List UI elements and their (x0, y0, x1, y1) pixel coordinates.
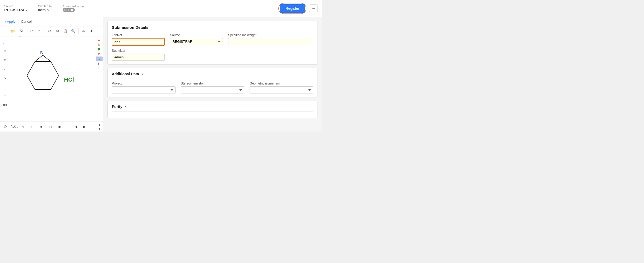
zoom-up-button[interactable]: ▲ (98, 123, 101, 127)
specified-molweight-label: Specified molweight (228, 33, 313, 37)
alk-tool[interactable]: ALK... (11, 123, 18, 130)
advanced-mode-toggle[interactable]: OFF (63, 8, 84, 12)
open-file-tool[interactable]: 📁 (10, 27, 16, 34)
apply-chevron-icon: ‹ (5, 20, 6, 23)
geometric-isomerism-label: Geometric isomerism (250, 82, 313, 85)
prev-arrow-tool[interactable]: ◀ (72, 123, 80, 130)
toolbar-divider-1 (26, 28, 26, 34)
molecular-canvas[interactable]: N HCl (10, 36, 95, 121)
minus-tool[interactable]: − (1, 92, 9, 99)
lnbref-field: LnbRef (112, 33, 165, 46)
created-label: Created by (38, 4, 52, 8)
drawing-area: ⋰ ⇴ ◇ / ∿ + − ▦n (0, 36, 103, 121)
stereochemistry-label: Stereochemistry (181, 82, 245, 85)
new-file-tool[interactable]: □ (2, 27, 8, 34)
register-button[interactable]: Register (280, 4, 305, 13)
purity-title: Purity (112, 105, 122, 109)
svg-text:HCl: HCl (64, 76, 74, 83)
lnbref-row: LnbRef Source REGISTRAR Specified molwei… (112, 33, 313, 46)
cancel-button[interactable]: Cancel (19, 18, 34, 25)
undo-tool[interactable]: ↶ (28, 27, 35, 34)
structure-tool[interactable]: ✚ (88, 27, 95, 34)
source-field: Source REGISTRAR (170, 33, 223, 45)
project-select[interactable] (112, 86, 176, 93)
search-tool[interactable]: 🔍 (70, 27, 77, 34)
next-arrow-tool[interactable]: ▶ (81, 123, 88, 130)
lnbref-input[interactable] (112, 38, 165, 46)
submitter-input[interactable] (112, 54, 165, 61)
apply-button[interactable]: ‹ Apply (3, 18, 17, 25)
save-file-tool[interactable]: 🖫 (17, 27, 24, 34)
element-o-button[interactable]: O (96, 37, 103, 42)
created-info: Created by admin (38, 4, 52, 12)
chain-tool[interactable]: ∿ (1, 74, 9, 81)
specified-molweight-field: Specified molweight (228, 33, 313, 45)
element-i-button[interactable]: I (96, 66, 103, 71)
svg-line-1 (27, 62, 35, 76)
paste-tool[interactable]: 📋 (62, 27, 69, 34)
register-button-wrap: Register (278, 3, 306, 14)
bracket-bottom-tool[interactable]: ⎔ (2, 123, 9, 130)
source-select[interactable]: REGISTRAR (170, 38, 223, 45)
source-label: Source (4, 4, 27, 8)
2d-tool[interactable]: 2D (80, 27, 87, 34)
purity-header[interactable]: Purity ∧ (112, 105, 313, 112)
svg-line-9 (43, 55, 51, 62)
drawing-toolbar: □ 📁 🖫 ↶ ↷ ✂ ⧉ 📋 🔍 2D ✚ H± ⚙ i ◀ ▶ (0, 26, 103, 36)
diamond-tool[interactable]: ◇ (29, 123, 36, 130)
submission-details-title: Submission Details (112, 25, 313, 30)
purity-chevron-icon: ∧ (125, 105, 127, 109)
geometric-isomerism-select[interactable] (250, 86, 313, 93)
eraser-tool[interactable]: ◇ (1, 56, 9, 63)
lasso-tool[interactable]: ⇴ (1, 47, 9, 54)
geometric-isomerism-field: Geometric isomerism (250, 82, 313, 93)
toggle-off-label: OFF (64, 8, 70, 11)
advanced-mode-label: Advanced mode (63, 5, 84, 8)
selection-tool[interactable]: ⋰ (1, 38, 9, 45)
cut-tool[interactable]: ✂ (46, 27, 53, 34)
advanced-mode-info: Advanced mode OFF (63, 5, 84, 12)
zoom-down-button[interactable]: ▼ (98, 127, 101, 130)
element-palette: O S F P Cl Br I (95, 36, 103, 121)
additional-data-header[interactable]: Additional Data ∨ (112, 72, 313, 79)
element-br-button[interactable]: Br (96, 61, 103, 66)
element-f-button[interactable]: F (96, 47, 103, 52)
arrow-tool[interactable]: ▿ (20, 123, 27, 130)
svg-line-4 (51, 62, 59, 76)
bracket-tool[interactable]: ▦n (1, 101, 9, 108)
septagon-tool[interactable]: ▣ (56, 123, 63, 130)
element-p-button[interactable]: P (96, 52, 103, 57)
additional-data-title: Additional Data (112, 72, 139, 76)
additional-data-chevron-icon: ∨ (141, 72, 144, 76)
copy-tool[interactable]: ⧉ (54, 27, 61, 34)
project-label: Project (112, 82, 176, 85)
svg-line-0 (27, 76, 35, 90)
left-sidebar-tools: ⋰ ⇴ ◇ / ∿ + − ▦n (0, 36, 10, 121)
additional-data-row: Project Stereochemistry Geometric isomer… (112, 82, 313, 93)
stereochemistry-select[interactable] (181, 86, 245, 93)
header-actions: Register ··· (278, 3, 318, 14)
specified-molweight-input[interactable] (228, 38, 313, 45)
element-s-button[interactable]: S (96, 42, 103, 47)
submitter-field: Submitter (112, 49, 165, 61)
element-cl-button[interactable]: Cl (96, 57, 103, 61)
redo-tool[interactable]: ↷ (36, 27, 43, 34)
bond-tool[interactable]: / (1, 65, 9, 72)
svg-line-7 (51, 76, 59, 90)
hexagon-tool[interactable]: ▢ (47, 123, 54, 130)
purity-section: Purity ∧ (107, 101, 318, 118)
plus-tool[interactable]: + (1, 83, 9, 90)
lnbref-label: LnbRef (112, 33, 165, 37)
toolbar-divider-2 (44, 28, 44, 34)
right-panel: Submission Details LnbRef Source REGISTR… (103, 17, 322, 132)
submitter-label: Submitter (112, 49, 165, 53)
pentagon-tool[interactable]: ■ (38, 123, 45, 130)
toggle-off-badge[interactable]: OFF (63, 8, 75, 12)
nav-arrows: ◀ ▶ (72, 123, 88, 130)
additional-data-section: Additional Data ∨ Project Stereochemistr… (107, 68, 318, 97)
more-options-button[interactable]: ··· (309, 4, 318, 12)
source-field-label: Source (170, 33, 223, 37)
toggle-dot (71, 9, 73, 11)
apply-label: Apply (7, 20, 16, 24)
submission-details-section: Submission Details LnbRef Source REGISTR… (107, 21, 318, 65)
